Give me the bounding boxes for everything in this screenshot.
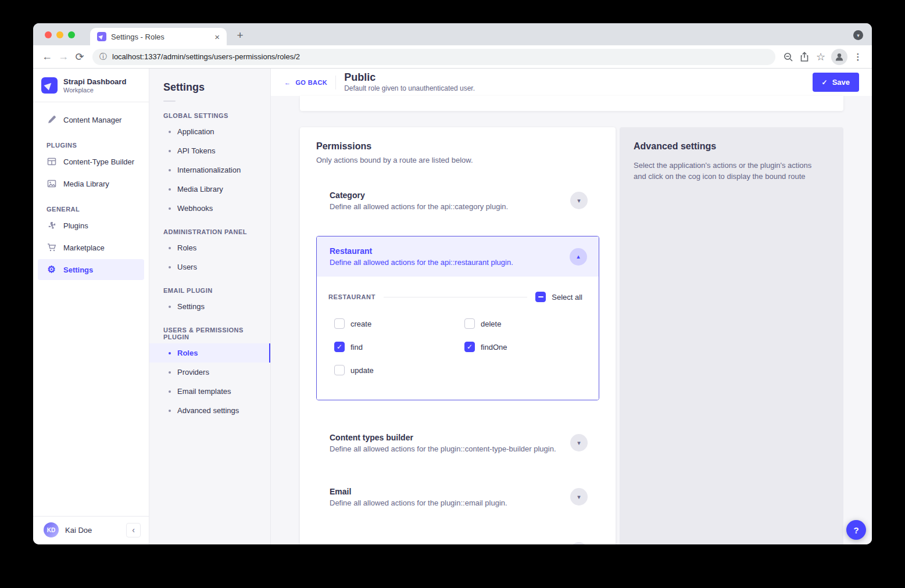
- chevron-up-icon: ▴: [577, 253, 580, 260]
- save-button[interactable]: ✓ Save: [813, 73, 859, 92]
- accordion-i18n[interactable]: i18n ▾: [316, 532, 599, 544]
- permission-findone[interactable]: ✓ findOne: [464, 342, 582, 352]
- checkbox-checked[interactable]: ✓: [334, 342, 345, 352]
- settings-group-admin-panel: ADMINISTRATION PANEL: [163, 228, 256, 235]
- settings-item-providers[interactable]: Providers: [149, 363, 270, 382]
- settings-item-label: Providers: [177, 368, 209, 377]
- go-back-link[interactable]: ← GO BACK: [284, 79, 327, 86]
- settings-group-users-permissions: USERS & PERMISSIONS PLUGIN: [163, 327, 256, 340]
- workspace-subtitle: Workplace: [63, 87, 126, 94]
- indeterminate-icon: [538, 296, 543, 297]
- back-icon[interactable]: ←: [39, 49, 55, 65]
- accordion-title: Category: [330, 191, 508, 200]
- tab-search-button[interactable]: ▾: [853, 30, 863, 40]
- bullet-icon: [169, 188, 171, 191]
- accordion-restaurant-header[interactable]: Restaurant Define all allowed actions fo…: [317, 236, 599, 277]
- bullet-icon: [169, 352, 171, 354]
- zoom-out-icon[interactable]: [780, 49, 796, 65]
- permission-update[interactable]: update: [334, 365, 464, 375]
- settings-group-email-plugin: EMAIL PLUGIN: [163, 287, 256, 294]
- bullet-icon: [169, 371, 171, 374]
- permission-checkbox-grid: create delete ✓ find: [328, 318, 582, 375]
- share-icon[interactable]: [796, 49, 813, 65]
- sidebar-item-plugins[interactable]: Plugins: [38, 215, 144, 236]
- settings-item-label: Settings: [177, 302, 205, 311]
- permission-label: update: [350, 366, 374, 375]
- browser-profile-avatar[interactable]: [831, 49, 847, 65]
- workspace-title: Strapi Dashboard: [63, 77, 126, 87]
- browser-tab[interactable]: Settings - Roles ×: [90, 28, 227, 45]
- settings-item-email-settings[interactable]: Settings: [149, 297, 270, 316]
- checkbox-unchecked[interactable]: [334, 365, 345, 375]
- sidebar-item-settings[interactable]: ⚙ Settings: [38, 259, 144, 280]
- close-window-button[interactable]: [45, 31, 52, 38]
- permission-create[interactable]: create: [334, 318, 464, 329]
- accordion-content-types-builder[interactable]: Content types builder Define all allowed…: [316, 424, 599, 461]
- settings-item-email-templates[interactable]: Email templates: [149, 382, 270, 401]
- divider: [163, 101, 176, 102]
- settings-item-internationalization[interactable]: Internationalization: [149, 160, 270, 180]
- settings-item-webhooks[interactable]: Webhooks: [149, 199, 270, 218]
- settings-item-up-roles[interactable]: Roles: [149, 343, 270, 363]
- expand-button[interactable]: ▾: [570, 192, 588, 209]
- strapi-logo-icon: [41, 77, 58, 94]
- help-button[interactable]: ?: [846, 520, 866, 540]
- checkbox-checked[interactable]: ✓: [464, 342, 475, 352]
- settings-sidebar: Settings GLOBAL SETTINGS Application API…: [149, 69, 271, 544]
- browser-menu-icon[interactable]: ⋮: [850, 49, 866, 65]
- select-all-control[interactable]: Select all: [535, 292, 582, 302]
- checkbox-unchecked[interactable]: [464, 318, 475, 329]
- bullet-icon: [169, 207, 171, 210]
- sidebar-item-content-type-builder[interactable]: Content-Type Builder: [38, 151, 144, 172]
- main-content: ← GO BACK Public Default role given to u…: [271, 69, 872, 544]
- browser-toolbar: ← → ⟳ ⓘ localhost:1337/admin/settings/us…: [33, 45, 872, 69]
- settings-item-label: Webhooks: [177, 204, 213, 213]
- forward-icon[interactable]: →: [55, 49, 71, 65]
- permissions-card: Permissions Only actions bound by a rout…: [300, 127, 616, 544]
- settings-item-admin-roles[interactable]: Roles: [149, 238, 270, 257]
- chevron-down-icon: ▾: [577, 197, 581, 205]
- reload-icon[interactable]: ⟳: [71, 49, 88, 65]
- accordion-category[interactable]: Category Define all allowed actions for …: [316, 182, 599, 219]
- tab-close-icon[interactable]: ×: [214, 33, 220, 41]
- minimize-window-button[interactable]: [56, 31, 63, 38]
- settings-item-admin-users[interactable]: Users: [149, 257, 270, 277]
- expand-button[interactable]: ▾: [570, 542, 588, 544]
- save-label: Save: [832, 78, 850, 87]
- url-bar[interactable]: ⓘ localhost:1337/admin/settings/users-pe…: [92, 49, 775, 65]
- sidebar-item-media-library[interactable]: Media Library: [38, 173, 144, 194]
- sidebar-item-marketplace[interactable]: Marketplace: [38, 237, 144, 258]
- collapse-sidebar-button[interactable]: ‹: [126, 523, 141, 537]
- settings-item-advanced-settings[interactable]: Advanced settings: [149, 401, 270, 420]
- settings-item-label: Media Library: [177, 185, 223, 193]
- zoom-window-button[interactable]: [68, 31, 75, 38]
- accordion-email[interactable]: Email Define all allowed actions for the…: [316, 478, 599, 515]
- expand-button[interactable]: ▾: [570, 488, 588, 505]
- user-avatar[interactable]: KD: [44, 522, 59, 537]
- sidebar-nav: Content Manager PLUGINS Content-Type Bui…: [33, 102, 149, 516]
- collapse-button[interactable]: ▴: [570, 248, 587, 266]
- permissions-subtitle: Only actions bound by a route are listed…: [316, 156, 599, 164]
- settings-item-media-library[interactable]: Media Library: [149, 180, 270, 199]
- check-icon: ✓: [467, 343, 473, 351]
- accordion-title: Email: [330, 487, 507, 496]
- bookmark-star-icon[interactable]: ☆: [813, 49, 829, 65]
- site-info-icon[interactable]: ⓘ: [99, 52, 107, 62]
- bullet-icon: [169, 150, 171, 152]
- checkbox-unchecked[interactable]: [334, 318, 345, 329]
- select-all-checkbox[interactable]: [535, 292, 546, 302]
- accordion-restaurant: Restaurant Define all allowed actions fo…: [316, 236, 599, 400]
- workspace-switcher[interactable]: Strapi Dashboard Workplace: [33, 69, 149, 102]
- check-icon: ✓: [337, 343, 342, 351]
- strapi-favicon-icon: [97, 32, 106, 41]
- permission-delete[interactable]: delete: [464, 318, 582, 329]
- permission-find[interactable]: ✓ find: [334, 342, 464, 352]
- cart-icon: [46, 243, 56, 252]
- new-tab-button[interactable]: +: [232, 28, 248, 43]
- settings-item-label: Advanced settings: [177, 406, 239, 415]
- expand-button[interactable]: ▾: [570, 434, 588, 451]
- sidebar-item-content-manager[interactable]: Content Manager: [38, 109, 144, 130]
- settings-item-api-tokens[interactable]: API Tokens: [149, 141, 270, 160]
- permission-label: delete: [481, 320, 501, 328]
- settings-item-application[interactable]: Application: [149, 122, 270, 141]
